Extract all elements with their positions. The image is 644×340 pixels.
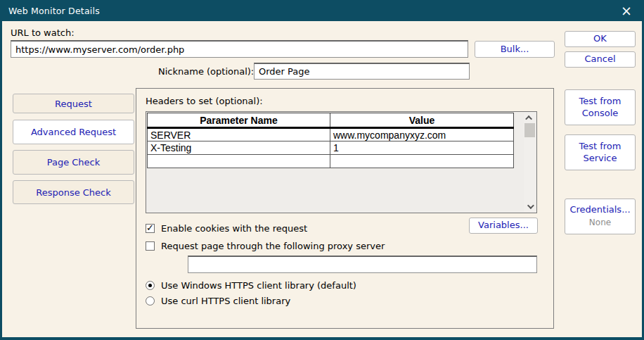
bulk-button[interactable]: Bulk... bbox=[475, 41, 555, 58]
enable-cookies-checkbox[interactable]: Enable cookies with the request bbox=[146, 223, 307, 234]
curl-https-label: Use curl HTTPS client library bbox=[161, 296, 290, 306]
url-input[interactable] bbox=[11, 40, 468, 58]
cell-parameter-name[interactable]: X-Testing bbox=[148, 141, 330, 155]
tab-request-label: Request bbox=[55, 99, 92, 109]
column-header-value[interactable]: Value bbox=[330, 113, 514, 128]
proxy-server-input[interactable] bbox=[188, 256, 537, 273]
tab-advanced-request-label: Advanced Request bbox=[31, 127, 116, 137]
window-title: Web Monitor Details bbox=[8, 6, 100, 16]
ok-button[interactable]: OK bbox=[565, 31, 636, 47]
test-from-console-button[interactable]: Test from Console bbox=[565, 89, 636, 125]
credentials-status: None bbox=[589, 218, 611, 229]
cell-value[interactable] bbox=[330, 155, 514, 168]
tab-response-check-label: Response Check bbox=[36, 187, 111, 198]
url-label: URL to watch: bbox=[11, 27, 75, 38]
tab-page-check[interactable]: Page Check bbox=[13, 150, 134, 175]
scrollbar-thumb[interactable] bbox=[524, 123, 535, 137]
windows-https-radio[interactable]: Use Windows HTTPS client library (defaul… bbox=[146, 280, 356, 291]
cell-value[interactable]: 1 bbox=[330, 141, 514, 155]
tab-page-check-label: Page Check bbox=[47, 157, 101, 168]
proxy-label: Request page through the following proxy… bbox=[161, 241, 385, 251]
advanced-request-panel: Headers to set (optional): Parameter Nam… bbox=[136, 88, 554, 329]
cell-parameter-name[interactable]: SERVER bbox=[148, 128, 330, 141]
nickname-input[interactable] bbox=[254, 63, 470, 80]
tab-request[interactable]: Request bbox=[13, 94, 134, 113]
close-icon[interactable]: × bbox=[614, 0, 638, 21]
tab-response-check[interactable]: Response Check bbox=[13, 180, 134, 204]
table-row[interactable] bbox=[148, 155, 514, 168]
radio-icon[interactable] bbox=[146, 296, 155, 306]
variables-button[interactable]: Variables... bbox=[469, 218, 538, 234]
enable-cookies-label: Enable cookies with the request bbox=[161, 223, 307, 234]
checkbox-icon[interactable] bbox=[146, 224, 155, 233]
test-from-service-button[interactable]: Test from Service bbox=[565, 134, 636, 170]
tab-advanced-request[interactable]: Advanced Request bbox=[13, 120, 134, 144]
headers-label: Headers to set (optional): bbox=[146, 96, 263, 106]
curl-https-radio[interactable]: Use curl HTTPS client library bbox=[146, 296, 290, 306]
credentials-button[interactable]: Credentials... None bbox=[565, 199, 636, 234]
headers-listbox: Parameter Name Value SERVER www.mycompan… bbox=[146, 111, 537, 213]
nickname-label: Nickname (optional): bbox=[158, 66, 254, 77]
proxy-checkbox[interactable]: Request page through the following proxy… bbox=[146, 241, 385, 251]
table-row[interactable]: X-Testing 1 bbox=[148, 141, 514, 155]
column-header-parameter-name[interactable]: Parameter Name bbox=[148, 113, 330, 128]
table-scrollbar[interactable] bbox=[524, 113, 536, 212]
cancel-button[interactable]: Cancel bbox=[565, 51, 636, 68]
windows-https-label: Use Windows HTTPS client library (defaul… bbox=[161, 280, 356, 291]
checkbox-icon[interactable] bbox=[146, 241, 155, 251]
cell-value[interactable]: www.mycompanyxyz.com bbox=[330, 128, 514, 141]
headers-table: Parameter Name Value SERVER www.mycompan… bbox=[147, 113, 514, 168]
radio-icon[interactable] bbox=[146, 281, 155, 290]
scrollbar-up-icon[interactable] bbox=[524, 113, 536, 123]
cell-parameter-name[interactable] bbox=[148, 155, 330, 168]
table-header-row: Parameter Name Value bbox=[148, 113, 514, 128]
web-monitor-details-dialog: Web Monitor Details × URL to watch: Bulk… bbox=[0, 0, 644, 340]
title-bar: Web Monitor Details × bbox=[0, 0, 644, 21]
table-row[interactable]: SERVER www.mycompanyxyz.com bbox=[148, 128, 514, 141]
scrollbar-down-icon[interactable] bbox=[524, 201, 536, 212]
credentials-label: Credentials... bbox=[569, 204, 630, 216]
